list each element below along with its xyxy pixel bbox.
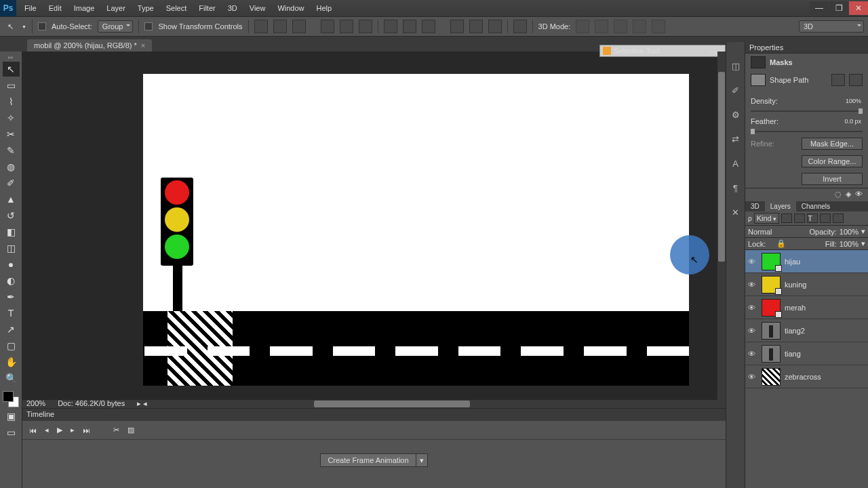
mask-edge-button[interactable]: Mask Edge... [802, 138, 863, 150]
adjust-icon[interactable]: ⇄ [729, 134, 743, 146]
menu-layer[interactable]: Layer [101, 1, 131, 15]
density-slider[interactable] [859, 108, 863, 114]
type-tool[interactable]: T [3, 306, 20, 321]
filter-pix-icon[interactable] [781, 214, 792, 223]
filter-shape-icon[interactable] [820, 214, 831, 223]
history-icon[interactable]: ◫ [729, 61, 743, 73]
layer-kuning[interactable]: 👁kuning [745, 273, 868, 296]
align-vcenter-button[interactable] [273, 20, 287, 33]
timeline-tab[interactable]: Timeline [22, 409, 726, 421]
visibility-toggle[interactable]: 👁 [748, 350, 757, 358]
shape-button-2[interactable] [849, 74, 863, 86]
paragraph-icon[interactable]: ¶ [729, 183, 743, 195]
visibility-toggle[interactable]: 👁 [748, 258, 757, 266]
properties-tab[interactable]: Properties [745, 42, 868, 54]
selective-min-icon[interactable]: — [711, 47, 718, 55]
maximize-button[interactable]: ❐ [829, 1, 848, 15]
gradient-tool[interactable]: ◫ [3, 241, 20, 256]
feather-slider[interactable] [751, 129, 755, 134]
brush-tool[interactable]: ✐ [3, 176, 20, 190]
goto-first-button[interactable]: ⏮ [29, 426, 37, 434]
align-hcenter-button[interactable] [340, 20, 353, 33]
showtransform-checkbox[interactable] [144, 22, 153, 30]
layer-zebracross[interactable]: 👁zebracross [745, 365, 868, 388]
canvas[interactable]: ↖ [143, 74, 689, 386]
layer-merah[interactable]: 👁merah [745, 296, 868, 319]
filter-adj-icon[interactable] [794, 214, 805, 223]
lock-all-button[interactable]: 🔒 [776, 239, 786, 248]
menu-help[interactable]: Help [311, 1, 338, 15]
layer-hijau[interactable]: 👁hijau [745, 250, 868, 273]
tab-channels[interactable]: Channels [796, 201, 835, 211]
quick-mask-button[interactable]: ▣ [3, 409, 20, 424]
menu-image[interactable]: Image [68, 1, 100, 15]
shape-button-1[interactable] [831, 74, 845, 86]
layer-tiang2[interactable]: 👁tiang2 [745, 319, 868, 342]
zoom-level[interactable]: 200% [26, 399, 45, 407]
eyedropper-tool[interactable]: ✎ [3, 143, 20, 158]
invert-button[interactable]: Invert [802, 173, 863, 185]
lasso-tool[interactable]: ⌇ [3, 94, 20, 109]
next-frame-button[interactable]: ▸ [71, 426, 75, 434]
close-tab-icon[interactable]: × [141, 41, 145, 49]
minimize-button[interactable]: — [810, 1, 829, 15]
color-swatch[interactable] [3, 391, 19, 407]
3d-view-dropdown[interactable]: 3D [799, 20, 864, 33]
crop-tool[interactable]: ✂ [3, 127, 20, 142]
menu-3d[interactable]: 3D [222, 1, 243, 15]
menu-filter[interactable]: Filter [193, 1, 220, 15]
cut-button[interactable]: ✂ [113, 426, 119, 434]
marquee-tool[interactable]: ▭ [3, 78, 20, 93]
history-brush-tool[interactable]: ↺ [3, 208, 20, 223]
dodge-tool[interactable]: ◐ [3, 273, 20, 288]
close-button[interactable]: ✕ [849, 1, 868, 15]
align-left-button[interactable] [321, 20, 334, 33]
scrollbar-vertical[interactable] [717, 52, 726, 400]
layer-tiang[interactable]: 👁tiang [745, 342, 868, 365]
mask-apply-icon[interactable]: ◈ [846, 190, 851, 200]
eraser-tool[interactable]: ◧ [3, 224, 20, 239]
density-value[interactable]: 100% [842, 98, 863, 104]
menu-select[interactable]: Select [161, 1, 193, 15]
menu-edit[interactable]: Edit [43, 1, 67, 15]
dist-hcenter-button[interactable] [469, 20, 483, 33]
filter-smart-icon[interactable] [833, 214, 844, 223]
align-top-button[interactable] [254, 20, 268, 33]
filter-kind-dropdown[interactable]: Kind ▾ [754, 213, 780, 224]
visibility-toggle[interactable]: 👁 [748, 304, 757, 312]
align-bottom-button[interactable] [292, 20, 306, 33]
opacity-value[interactable]: 100% [840, 228, 859, 236]
prev-frame-button[interactable]: ◂ [45, 426, 49, 434]
color-range-button[interactable]: Color Range... [802, 155, 863, 167]
goto-last-button[interactable]: ⏭ [83, 426, 90, 434]
feather-value[interactable]: 0.0 px [842, 118, 863, 125]
selective-tool-window[interactable]: Selective Tool —× [599, 45, 726, 57]
clone-stamp-tool[interactable]: ▲ [3, 192, 20, 207]
zoom-tool[interactable]: 🔍 [3, 371, 20, 386]
hand-tool[interactable]: ✋ [3, 354, 20, 369]
mask-load-icon[interactable]: ◌ [835, 190, 842, 200]
visibility-toggle[interactable]: 👁 [748, 373, 757, 381]
document-tab[interactable]: mobil @ 200% (hijau, RGB/8) *× [27, 39, 152, 52]
dist-vcenter-button[interactable] [403, 20, 416, 33]
move-tool[interactable]: ↖ [3, 62, 20, 77]
brush-panel-icon[interactable]: ✐ [729, 85, 743, 98]
magic-wand-tool[interactable]: ✧ [3, 110, 20, 125]
autoselect-checkbox[interactable] [38, 22, 46, 30]
visibility-toggle[interactable]: 👁 [748, 281, 757, 289]
blur-tool[interactable]: ● [3, 257, 20, 272]
create-animation-button[interactable]: Create Frame Animation [320, 453, 416, 467]
filter-type-icon[interactable]: T [807, 214, 818, 223]
transition-button[interactable]: ▨ [127, 426, 134, 434]
dist-bottom-button[interactable] [422, 20, 435, 33]
shape-tool[interactable]: ▢ [3, 338, 20, 353]
align-right-button[interactable] [359, 20, 372, 33]
settings-icon[interactable]: ⚙ [729, 110, 743, 122]
menu-file[interactable]: File [19, 1, 42, 15]
fill-value[interactable]: 100% [840, 240, 859, 248]
move-tool-icon[interactable]: ↖ [4, 20, 16, 33]
play-button[interactable]: ▶ [57, 426, 62, 434]
mask-toggle-icon[interactable]: 👁 [855, 190, 863, 200]
healing-brush-tool[interactable]: ◍ [3, 159, 20, 174]
autoselect-dropdown[interactable]: Group [98, 20, 134, 33]
